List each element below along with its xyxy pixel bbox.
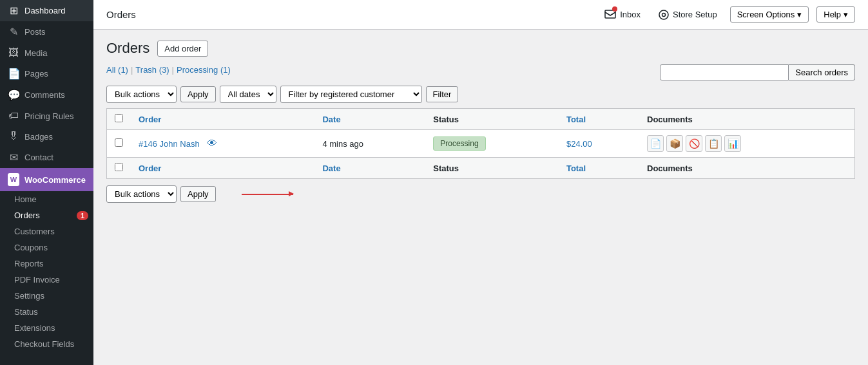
orders-table: Order Date Status Total Documents #146 J… — [106, 108, 855, 179]
sidebar-item-extensions[interactable]: Extensions — [0, 320, 93, 336]
filter-button[interactable]: Filter — [426, 86, 459, 102]
bulk-actions-select-top[interactable]: Bulk actions — [106, 86, 177, 103]
row-checkbox[interactable] — [115, 138, 123, 147]
status-column-header: Status — [425, 109, 559, 130]
contact-icon: ✉ — [8, 151, 19, 164]
order-link[interactable]: #146 John Nash — [139, 139, 200, 149]
row-checkbox-cell — [107, 130, 131, 158]
topbar-title: Orders — [106, 9, 136, 20]
badges-icon: 🎖 — [8, 131, 19, 142]
sidebar-item-settings[interactable]: Settings — [0, 288, 93, 304]
eye-icon[interactable]: 👁 — [207, 138, 217, 149]
arrow-indicator — [242, 194, 293, 195]
help-chevron-icon: ▾ — [844, 10, 848, 19]
total-cell: $24.00 — [559, 130, 639, 158]
documents-column-header: Documents — [639, 109, 854, 130]
sidebar-item-reports[interactable]: Reports — [0, 256, 93, 272]
sidebar-item-pages[interactable]: 📄 Pages — [0, 63, 93, 84]
sidebar-item-orders[interactable]: Orders 1 — [0, 207, 93, 223]
svg-point-1 — [659, 10, 668, 19]
sidebar-item-dashboard[interactable]: ⊞ Dashboard — [0, 0, 93, 21]
sidebar-item-coupons[interactable]: Coupons — [0, 239, 93, 256]
sidebar-item-pricing-rules[interactable]: 🏷 Pricing Rules — [0, 106, 93, 126]
screen-options-button[interactable]: Screen Options ▾ — [730, 6, 809, 23]
doc-icon-5[interactable]: 📊 — [724, 135, 741, 152]
table-row: #146 John Nash 👁 4 mins ago Processing $… — [107, 130, 855, 158]
page-header: Orders Add order — [106, 40, 855, 57]
media-icon: 🖼 — [8, 47, 19, 59]
doc-icon-4[interactable]: 📋 — [705, 135, 722, 152]
select-all-checkbox[interactable] — [115, 114, 123, 122]
page-title: Orders — [106, 40, 149, 57]
posts-icon: ✎ — [8, 26, 19, 38]
topbar: Orders Inbox Store Setup — [93, 0, 868, 30]
order-column-header[interactable]: Order — [131, 109, 314, 130]
dashboard-icon: ⊞ — [8, 5, 19, 17]
date-column-header[interactable]: Date — [314, 109, 425, 130]
filter-tab-processing[interactable]: Processing (1) — [177, 65, 231, 75]
bulk-actions-select-bottom[interactable]: Bulk actions — [106, 185, 177, 203]
footer-total-header[interactable]: Total — [559, 158, 639, 179]
sidebar: ⊞ Dashboard ✎ Posts 🖼 Media 📄 Pages 💬 Co… — [0, 0, 93, 365]
filter-tab-trash[interactable]: Trash (3) — [135, 65, 169, 75]
sidebar-item-media[interactable]: 🖼 Media — [0, 42, 93, 63]
footer-order-header[interactable]: Order — [131, 158, 314, 179]
total-column-header[interactable]: Total — [559, 109, 639, 130]
total-value: $24.00 — [566, 139, 592, 149]
filter-tab-all[interactable]: All (1) — [106, 65, 128, 75]
date-filter-select[interactable]: All dates — [220, 86, 276, 103]
apply-top-button[interactable]: Apply — [180, 86, 216, 102]
footer-documents-header: Documents — [639, 158, 854, 179]
comments-icon: 💬 — [8, 89, 19, 101]
svg-point-2 — [662, 13, 665, 16]
add-order-button[interactable]: Add order — [157, 41, 208, 57]
select-all-header — [107, 109, 131, 130]
pages-icon: 📄 — [8, 68, 19, 80]
footer-checkbox-header — [107, 158, 131, 179]
store-setup-icon — [659, 10, 669, 20]
main-content: Orders Inbox Store Setup — [93, 0, 868, 365]
sidebar-item-comments[interactable]: 💬 Comments — [0, 84, 93, 106]
woocommerce-header[interactable]: W WooCommerce — [0, 168, 93, 191]
help-button[interactable]: Help ▾ — [816, 6, 855, 23]
sidebar-top-items: ⊞ Dashboard ✎ Posts 🖼 Media 📄 Pages 💬 Co… — [0, 0, 93, 168]
search-bar: Search orders — [660, 64, 855, 80]
sidebar-item-contact[interactable]: ✉ Contact — [0, 147, 93, 168]
footer-status-header: Status — [425, 158, 559, 179]
sidebar-item-home[interactable]: Home — [0, 191, 93, 207]
doc-icon-3[interactable]: 🚫 — [686, 135, 702, 152]
filter-tabs: All (1) | Trash (3) | Processing (1) — [106, 65, 231, 75]
documents-cell: 📄 📦 🚫 📋 📊 — [639, 130, 854, 158]
sidebar-item-customers[interactable]: Customers — [0, 223, 93, 239]
status-cell: Processing — [425, 130, 559, 158]
sidebar-item-posts[interactable]: ✎ Posts — [0, 21, 93, 42]
doc-icon-2[interactable]: 📦 — [666, 135, 683, 152]
footer-select-all-checkbox[interactable] — [115, 163, 123, 171]
document-icons: 📄 📦 🚫 📋 📊 — [647, 135, 847, 152]
sidebar-item-pdf-invoice[interactable]: PDF Invoice — [0, 272, 93, 288]
inbox-notification-dot — [612, 6, 617, 12]
content-area: Orders Add order All (1) | Trash (3) | P… — [93, 30, 868, 365]
footer-date-header[interactable]: Date — [314, 158, 425, 179]
customer-filter-select[interactable]: Filter by registered customer — [280, 86, 422, 103]
bottom-toolbar: Bulk actions Apply — [106, 185, 855, 203]
table-header-row: Order Date Status Total Documents — [107, 109, 855, 130]
inbox-button[interactable]: Inbox — [599, 5, 646, 24]
doc-icon-1[interactable]: 📄 — [647, 135, 664, 152]
inbox-icon — [604, 8, 616, 21]
top-toolbar: Bulk actions Apply All dates Filter by r… — [106, 86, 855, 103]
topbar-right: Inbox Store Setup Screen Options ▾ Help … — [599, 5, 855, 24]
woocommerce-icon: W — [8, 173, 19, 186]
pricing-icon: 🏷 — [8, 110, 19, 122]
chevron-down-icon: ▾ — [797, 10, 802, 19]
sidebar-item-badges[interactable]: 🎖 Badges — [0, 126, 93, 147]
search-input[interactable] — [660, 64, 789, 80]
table-footer-row: Order Date Status Total Documents — [107, 158, 855, 179]
sidebar-item-status[interactable]: Status — [0, 304, 93, 320]
sidebar-item-checkout-fields[interactable]: Checkout Fields — [0, 336, 93, 352]
search-orders-button[interactable]: Search orders — [789, 64, 855, 80]
date-cell: 4 mins ago — [314, 130, 425, 158]
apply-bottom-button[interactable]: Apply — [180, 186, 216, 202]
order-cell: #146 John Nash 👁 — [131, 130, 314, 158]
store-setup-button[interactable]: Store Setup — [653, 7, 722, 23]
